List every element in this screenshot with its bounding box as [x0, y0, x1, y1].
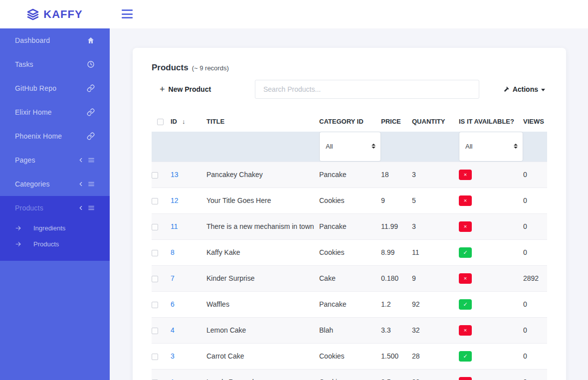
row-id-link[interactable]: 7 — [171, 274, 175, 282]
row-title: Kaffy Kake — [206, 239, 319, 265]
sidebar-item-label: Tasks — [15, 60, 33, 68]
caret-down-icon — [541, 89, 545, 91]
row-checkbox[interactable] — [152, 224, 158, 230]
table-row: 12 Your Title Goes Here Cookies 9 5 × 0 — [152, 188, 547, 213]
home-icon — [87, 36, 95, 44]
row-quantity: 5 — [412, 188, 459, 213]
sidebar-subitem-products[interactable]: Products — [0, 236, 110, 252]
select-all-checkbox[interactable] — [157, 119, 164, 125]
row-title: Pancakey Chakey — [206, 162, 319, 188]
row-checkbox[interactable] — [152, 328, 158, 334]
row-quantity: 3 — [412, 213, 459, 239]
row-checkbox[interactable] — [152, 172, 158, 179]
column-header-views: VIEWS — [523, 111, 547, 132]
row-title: Carrot Cake — [206, 343, 319, 369]
row-price: 3.3 — [381, 317, 412, 343]
row-views: 0 — [523, 343, 547, 369]
row-views: 0 — [523, 239, 547, 265]
row-quantity: 92 — [412, 291, 459, 317]
row-title: Waffles — [206, 291, 319, 317]
availability-badge: × — [459, 273, 472, 284]
sidebar-item-dashboard[interactable]: Dashboard — [0, 28, 110, 52]
availability-badge: × — [459, 221, 472, 232]
sidebar-item-github-repo[interactable]: GitHub Repo — [0, 76, 110, 100]
sidebar-item-label: GitHub Repo — [15, 84, 56, 92]
row-price: 2.5 — [381, 369, 412, 380]
row-id-link[interactable]: 1 — [171, 378, 175, 380]
sidebar-subitem-ingredients[interactable]: Ingredients — [0, 220, 110, 236]
new-product-button[interactable]: + New Product — [152, 85, 255, 94]
sidebar-item-pages[interactable]: Pages — [0, 148, 110, 172]
row-id-link[interactable]: 4 — [171, 326, 175, 334]
row-quantity: 38 — [412, 369, 459, 380]
row-category: Pancake — [319, 291, 381, 317]
row-quantity: 32 — [412, 317, 459, 343]
row-price: 11.99 — [381, 213, 412, 239]
row-views: 0 — [523, 188, 547, 213]
availability-badge: ✓ — [459, 351, 472, 362]
link-icon — [87, 108, 95, 116]
row-price: 8.99 — [381, 239, 412, 265]
row-checkbox[interactable] — [152, 198, 158, 204]
arrow-right-icon — [15, 225, 21, 231]
category-filter-select[interactable]: All — [319, 132, 381, 162]
row-id-link[interactable]: 11 — [171, 222, 178, 230]
row-quantity: 3 — [412, 162, 459, 188]
column-header-id[interactable]: ID↓ — [171, 111, 206, 132]
actions-dropdown-button[interactable]: Actions — [503, 85, 547, 93]
row-category: Blah — [319, 317, 381, 343]
row-checkbox[interactable] — [152, 250, 158, 256]
row-title: Your Title Goes Here — [206, 188, 319, 213]
row-id-link[interactable]: 8 — [171, 248, 175, 256]
table-row: 1 Lovely Rosecake Cookies 2.5 38 × 0 — [152, 369, 547, 380]
row-title: Kinder Surprise — [206, 265, 319, 291]
sidebar: Dashboard Tasks GitHub Repo Elixir Home … — [0, 28, 110, 380]
row-title: Lovely Rosecake — [206, 369, 319, 380]
search-input[interactable] — [255, 80, 479, 99]
row-category: Pancake — [319, 213, 381, 239]
table-row: 11 There is a new mechanism in town Panc… — [152, 213, 547, 239]
sidebar-item-label: Dashboard — [15, 36, 50, 44]
row-id-link[interactable]: 3 — [171, 352, 175, 360]
row-id-link[interactable]: 6 — [171, 300, 175, 308]
row-id-link[interactable]: 12 — [171, 196, 179, 204]
new-product-label: New Product — [169, 85, 211, 93]
table-row: 6 Waffles Pancake 1.2 92 ✓ 0 — [152, 291, 547, 317]
sidebar-item-label: Categories — [15, 180, 50, 188]
sidebar-subitem-label: Ingredients — [33, 224, 65, 232]
row-quantity: 11 — [412, 239, 459, 265]
row-checkbox[interactable] — [152, 302, 158, 308]
sidebar-item-phoenix-home[interactable]: Phoenix Home — [0, 124, 110, 148]
column-header-quantity: QUANTITY — [412, 111, 459, 132]
column-header-category: CATEGORY ID — [319, 111, 381, 132]
row-quantity: 28 — [412, 343, 459, 369]
sidebar-item-categories[interactable]: Categories — [0, 172, 110, 196]
sidebar-subitem-label: Products — [33, 240, 59, 248]
sidebar-section-products: Products Ingredients Products — [0, 196, 110, 261]
chevron-left-icon — [77, 204, 84, 211]
row-id-link[interactable]: 13 — [171, 171, 179, 179]
row-views: 0 — [523, 162, 547, 188]
sidebar-item-elixir-home[interactable]: Elixir Home — [0, 100, 110, 124]
arrow-right-icon — [15, 241, 21, 247]
sidebar-item-tasks[interactable]: Tasks — [0, 52, 110, 76]
column-header-available: IS IT AVAILABLE? — [459, 111, 523, 132]
list-icon — [88, 181, 95, 188]
row-title: There is a new mechanism in town — [206, 213, 319, 239]
sidebar-item-products[interactable]: Products — [0, 196, 110, 220]
availability-filter-select[interactable]: All — [459, 132, 523, 162]
actions-label: Actions — [513, 85, 538, 93]
row-checkbox[interactable] — [152, 276, 158, 282]
sidebar-toggle-icon[interactable] — [122, 9, 133, 18]
availability-badge: × — [459, 377, 472, 380]
plus-icon: + — [160, 85, 165, 94]
table-row: 7 Kinder Surprise Cake 0.180 9 × 2892 — [152, 265, 547, 291]
row-checkbox[interactable] — [152, 354, 158, 360]
row-category: Cookies — [319, 188, 381, 213]
column-header-price: PRICE — [381, 111, 412, 132]
row-price: 18 — [381, 162, 412, 188]
kaffy-logo[interactable]: KAFFY — [0, 0, 110, 28]
row-category: Pancake — [319, 162, 381, 188]
row-category: Cookies — [319, 239, 381, 265]
clock-icon — [87, 60, 95, 68]
